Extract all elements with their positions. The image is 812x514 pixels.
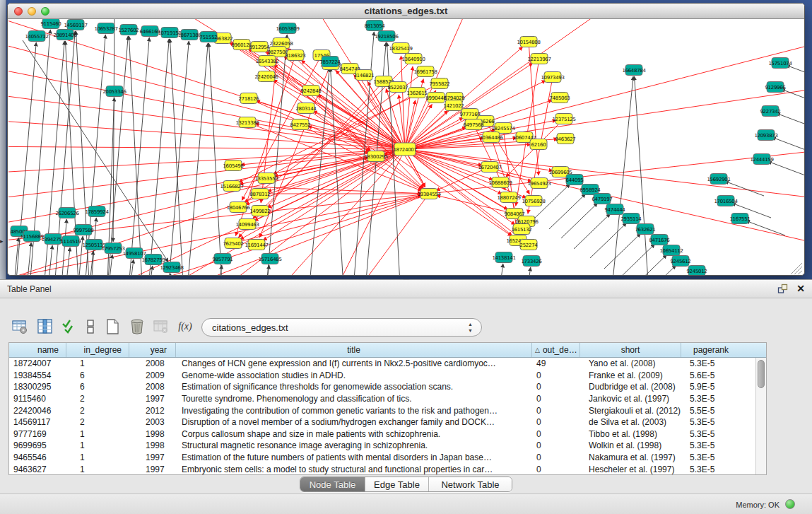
graph-node[interactable]: 14055712: [25, 31, 48, 42]
graph-node[interactable]: 8186323: [285, 50, 305, 61]
graph-node[interactable]: 17016504: [714, 196, 738, 206]
graph-node[interactable]: 7857224: [319, 57, 341, 67]
graph-node[interactable]: 1499822: [249, 206, 270, 216]
graph-node[interactable]: 1733426: [521, 256, 542, 267]
graph-node[interactable]: 8471676: [649, 235, 670, 245]
graph-node[interactable]: 15166827: [220, 181, 243, 192]
graph-node[interactable]: 9227342: [760, 106, 780, 117]
graph-node[interactable]: 3146821: [353, 70, 374, 81]
graph-node[interactable]: 16961758: [413, 66, 437, 77]
graph-node[interactable]: 16543382: [255, 56, 278, 66]
graph-node[interactable]: 8522037: [387, 82, 408, 93]
graph-node[interactable]: 12213967: [527, 54, 551, 64]
graph-node[interactable]: 18325419: [389, 43, 412, 54]
network-window[interactable]: citations_edges.txt 79638228960128891295…: [7, 3, 805, 276]
window-titlebar[interactable]: citations_edges.txt: [8, 4, 804, 19]
graph-node[interactable]: 11691447: [245, 240, 268, 250]
column-header-year[interactable]: year: [129, 343, 176, 357]
graph-node[interactable]: 10756928: [522, 196, 545, 206]
graph-node[interactable]: 9463627: [555, 134, 575, 144]
graph-node[interactable]: 12923468: [160, 262, 183, 273]
graph-node[interactable]: 7955822: [429, 78, 449, 89]
graph-node[interactable]: 1114519: [60, 236, 81, 247]
delete-table-icon[interactable]: [127, 317, 147, 337]
split-pane-divider[interactable]: ▸: [0, 0, 6, 279]
graph-node[interactable]: 18671388: [177, 30, 201, 40]
graph-node[interactable]: 26206526: [55, 208, 79, 218]
table-row[interactable]: 977716911998Corpus callosum shape and si…: [9, 428, 755, 440]
graph-node[interactable]: 13640910: [401, 54, 425, 64]
resize-grip-icon[interactable]: [798, 271, 802, 274]
column-header-name[interactable]: name: [9, 343, 66, 357]
graph-node[interactable]: 12375125: [552, 114, 575, 124]
graph-node[interactable]: 10154808: [517, 37, 540, 47]
graph-node[interactable]: 1421022: [443, 100, 464, 111]
graph-node[interactable]: 9245612: [670, 256, 690, 267]
network-graph[interactable]: 7963822896012889129542322605898275081654…: [8, 19, 805, 276]
graph-node[interactable]: 9997588: [73, 225, 93, 235]
graph-node[interactable]: 1615132: [511, 224, 531, 235]
table-row[interactable]: 946362711997Embryonic stem cells: a mode…: [9, 463, 755, 474]
table-row[interactable]: 946554611997Estimation of the future num…: [9, 452, 755, 464]
graph-node[interactable]: 16720407: [478, 162, 501, 173]
graph-node[interactable]: 13353553: [254, 173, 278, 184]
graph-node[interactable]: 10688609: [488, 177, 512, 188]
graph-node[interactable]: 1605498: [223, 160, 243, 171]
close-panel-icon[interactable]: ✕: [796, 283, 805, 294]
graph-node[interactable]: 18046766: [226, 202, 250, 213]
column-header-short[interactable]: short: [580, 343, 681, 357]
graph-node[interactable]: 14138141: [492, 252, 515, 263]
graph-node[interactable]: 2803144: [295, 103, 317, 114]
graph-node[interactable]: 20891406: [53, 30, 77, 40]
function-builder-icon[interactable]: f(x): [175, 317, 195, 337]
resize-grip-icon[interactable]: [794, 267, 802, 274]
graph-node[interactable]: 252274: [520, 240, 539, 250]
graph-node[interactable]: 2935114: [620, 214, 642, 224]
network-canvas[interactable]: 7963822896012889129542322605898275081654…: [8, 19, 804, 274]
table-row[interactable]: 1938455462009Genome-wide association stu…: [9, 370, 755, 382]
graph-node[interactable]: 15692901: [707, 174, 730, 185]
graph-node[interactable]: 16648784: [622, 65, 646, 76]
graph-node[interactable]: 6497568: [463, 119, 483, 130]
float-window-icon[interactable]: [777, 284, 788, 294]
graph-node[interactable]: 17957253: [101, 243, 124, 254]
clear-selection-icon[interactable]: [81, 317, 100, 337]
graph-node[interactable]: 1167551: [729, 214, 750, 224]
graph-node[interactable]: 16053809: [276, 23, 299, 34]
graph-node[interactable]: 644095: [566, 175, 584, 185]
graph-node[interactable]: 8990448: [425, 93, 446, 103]
graph-node[interactable]: 12444159: [750, 154, 773, 165]
graph-node[interactable]: 15751074: [768, 58, 792, 69]
graph-node[interactable]: 13213386: [235, 117, 259, 128]
graph-node[interactable]: 9115460: [40, 19, 61, 29]
table-scrollbar[interactable]: [755, 358, 766, 474]
graph-node[interactable]: 20364486: [479, 132, 503, 143]
graph-node[interactable]: 9474444: [604, 204, 625, 215]
new-table-icon[interactable]: [103, 317, 123, 337]
graph-node[interactable]: 62160: [530, 139, 547, 150]
graph-node[interactable]: 14569117: [64, 20, 87, 30]
collapse-arrow-icon[interactable]: ▸: [0, 238, 4, 245]
graph-node[interactable]: 751552: [200, 32, 218, 42]
graph-node[interactable]: 9242848: [300, 86, 321, 96]
table-row[interactable]: 1830029562008Estimation of significance …: [9, 381, 755, 393]
graph-node[interactable]: 14099463: [235, 219, 259, 230]
graph-node[interactable]: 1527602: [118, 25, 139, 35]
graph-node[interactable]: 20053346: [102, 86, 126, 97]
graph-node[interactable]: 7485063: [549, 93, 570, 103]
graph-node[interactable]: 17859924: [85, 206, 109, 217]
graph-node[interactable]: 18724007: [393, 143, 416, 156]
table-row[interactable]: 969969511998Structural magnetic resonanc…: [9, 440, 755, 452]
table-selector-dropdown[interactable]: citations_edges.txt ▲▼: [201, 318, 482, 337]
graph-node[interactable]: 15716485: [258, 254, 281, 264]
graph-node[interactable]: 18807249: [497, 192, 520, 203]
column-header-title[interactable]: title: [176, 343, 532, 357]
graph-node[interactable]: 11156889: [20, 231, 43, 242]
graph-node[interactable]: 9857791: [212, 254, 233, 264]
graph-node[interactable]: 7632621: [635, 224, 655, 235]
graph-node[interactable]: 10654112: [659, 245, 683, 256]
graph-node[interactable]: 2718126: [238, 93, 259, 104]
graph-node[interactable]: 10653287: [94, 23, 117, 34]
table-row[interactable]: 911546021997Tourette syndrome. Phenomeno…: [9, 393, 755, 405]
column-header-out-degree[interactable]: △ out_de…: [532, 343, 580, 357]
